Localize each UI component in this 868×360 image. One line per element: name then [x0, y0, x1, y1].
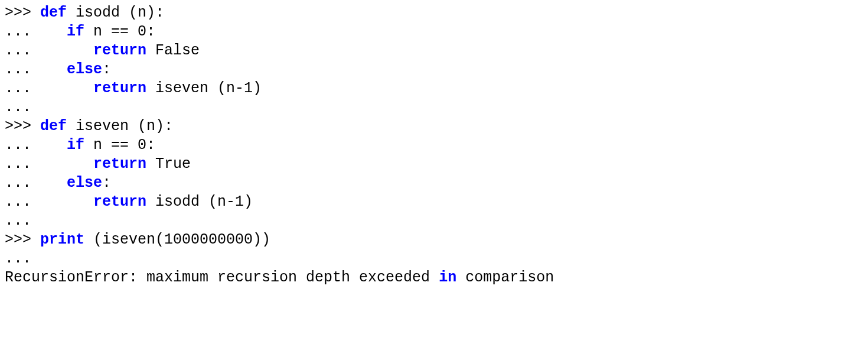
keyword-return: return [93, 42, 146, 59]
line-3: ... return False [5, 42, 200, 59]
prompt-continuation: ... [5, 42, 40, 59]
code-text: n == 0: [84, 137, 155, 154]
prompt-primary: >>> [5, 118, 40, 135]
code-text: isodd (n-1) [146, 193, 253, 210]
indent [40, 174, 67, 192]
code-text: n == 0: [84, 23, 155, 40]
indent [40, 155, 93, 173]
code-text: : [102, 174, 111, 192]
prompt-primary: >>> [5, 4, 40, 21]
code-text: : [102, 61, 111, 78]
line-9: ... return True [5, 155, 191, 173]
prompt-continuation: ... [5, 155, 40, 173]
line-10: ... else: [5, 174, 111, 192]
error-text: RecursionError: maximum recursion depth … [5, 269, 439, 286]
keyword-def: def [40, 118, 67, 135]
keyword-else: else [67, 174, 102, 192]
line-14: ... [5, 250, 31, 267]
code-text: (iseven(1000000000)) [84, 231, 270, 248]
line-6: ... [5, 99, 31, 116]
line-12: ... [5, 212, 31, 229]
python-repl-code-block: >>> def isodd (n): ... if n == 0: ... re… [0, 0, 868, 291]
code-text: False [146, 42, 200, 59]
error-text: comparison [456, 269, 554, 286]
line-11: ... return isodd (n-1) [5, 193, 253, 210]
keyword-in: in [439, 269, 456, 286]
line-1: >>> def isodd (n): [5, 4, 164, 21]
keyword-if: if [67, 23, 84, 40]
indent [40, 193, 93, 210]
keyword-def: def [40, 4, 67, 21]
code-text: iseven (n): [67, 118, 173, 135]
line-7: >>> def iseven (n): [5, 118, 173, 135]
keyword-return: return [93, 155, 146, 173]
indent [40, 42, 93, 59]
indent [40, 61, 67, 78]
prompt-continuation: ... [5, 174, 40, 192]
prompt-continuation-bare: ... [5, 99, 31, 116]
keyword-print: print [40, 231, 84, 248]
code-text: iseven (n-1) [146, 80, 262, 97]
code-text: True [146, 155, 191, 173]
prompt-continuation: ... [5, 193, 40, 210]
prompt-continuation-bare: ... [5, 212, 31, 229]
indent [40, 137, 67, 154]
line-5: ... return iseven (n-1) [5, 80, 262, 97]
keyword-if: if [67, 137, 84, 154]
line-8: ... if n == 0: [5, 137, 155, 154]
keyword-return: return [93, 193, 146, 210]
prompt-continuation: ... [5, 23, 40, 40]
keyword-else: else [67, 61, 102, 78]
line-15-error: RecursionError: maximum recursion depth … [5, 269, 554, 286]
prompt-continuation: ... [5, 61, 40, 78]
keyword-return: return [93, 80, 146, 97]
prompt-continuation: ... [5, 80, 40, 97]
indent [40, 80, 93, 97]
prompt-primary: >>> [5, 231, 40, 248]
line-2: ... if n == 0: [5, 23, 155, 40]
prompt-continuation: ... [5, 137, 40, 154]
line-13: >>> print (iseven(1000000000)) [5, 231, 270, 248]
line-4: ... else: [5, 61, 111, 78]
indent [40, 23, 67, 40]
code-text: isodd (n): [67, 4, 164, 21]
prompt-continuation-bare: ... [5, 250, 31, 267]
